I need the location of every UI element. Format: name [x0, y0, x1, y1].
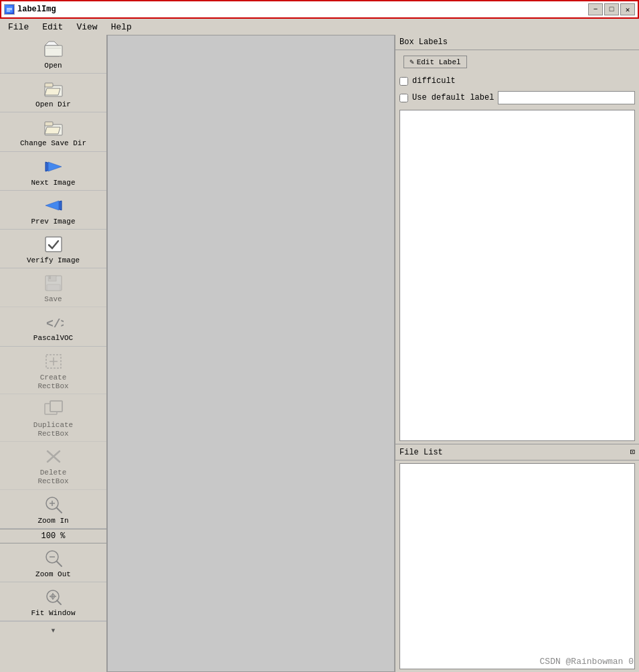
change-save-dir-icon: [43, 116, 64, 138]
close-button[interactable]: ✕: [620, 3, 635, 15]
svg-line-32: [57, 508, 62, 513]
use-default-label-row: Use default label: [395, 88, 639, 107]
title-bar: labelImg − □ ✕: [0, 0, 639, 19]
prev-image-icon: [43, 195, 64, 216]
svg-line-39: [57, 600, 61, 604]
svg-rect-10: [45, 122, 53, 126]
use-default-label-checkbox[interactable]: [399, 94, 408, 102]
svg-rect-3: [7, 11, 10, 11]
svg-rect-15: [45, 237, 62, 252]
file-list-content[interactable]: CSDN @Rainbowman 0: [399, 463, 635, 669]
file-list-icon: ⊡: [630, 447, 635, 457]
pascal-voc-icon: </>: [43, 311, 64, 333]
save-icon: [43, 272, 64, 294]
sidebar-item-save[interactable]: Save: [0, 268, 106, 307]
menu-view[interactable]: View: [71, 21, 102, 33]
zoom-level-display: 100 %: [0, 529, 106, 543]
svg-rect-6: [45, 46, 62, 56]
delete-rect-box-label: Delete RectBox: [37, 469, 68, 486]
svg-rect-8: [45, 83, 53, 87]
window-controls: − □ ✕: [588, 3, 635, 15]
duplicate-rect-box-icon: [43, 398, 64, 420]
title-bar-left: labelImg: [4, 4, 56, 15]
svg-rect-1: [7, 8, 12, 9]
file-list-header: File List ⊡: [395, 444, 639, 460]
duplicate-rect-box-label: Duplicate RectBox: [33, 421, 73, 438]
menu-edit[interactable]: Edit: [37, 21, 68, 33]
menu-bar: File Edit View Help: [0, 19, 639, 35]
sidebar-item-pascal-voc[interactable]: </> PascalVOC: [0, 307, 106, 346]
create-rect-box-label: Create RectBox: [37, 373, 68, 391]
create-rect-box-icon: [43, 351, 64, 372]
next-image-label: Next Image: [31, 179, 75, 187]
svg-rect-18: [49, 276, 51, 279]
svg-marker-5: [45, 41, 58, 46]
svg-rect-19: [47, 284, 60, 290]
prev-image-label: Prev Image: [31, 218, 75, 226]
sidebar-item-prev-image[interactable]: Prev Image: [0, 191, 106, 230]
sidebar: Open Open Dir Change Save: [0, 35, 107, 672]
app-icon: [4, 4, 15, 15]
open-dir-label: Open Dir: [35, 100, 71, 109]
pascal-voc-label: PascalVOC: [33, 334, 73, 343]
zoom-out-label: Zoom Out: [35, 570, 71, 579]
minimize-button[interactable]: −: [588, 3, 603, 15]
next-image-icon: [43, 156, 64, 177]
zoom-in-label: Zoom In: [37, 517, 68, 525]
sidebar-item-zoom-out[interactable]: Zoom Out: [0, 543, 106, 582]
edit-label-button[interactable]: ✎ Edit Label: [403, 56, 467, 68]
labels-list[interactable]: [399, 110, 635, 441]
sidebar-scroll-down[interactable]: ▾: [0, 621, 106, 639]
svg-marker-14: [45, 201, 59, 210]
verify-image-label: Verify Image: [27, 256, 80, 265]
edit-label-text: Edit Label: [417, 58, 461, 66]
sidebar-item-zoom-in[interactable]: Zoom In: [0, 490, 106, 529]
save-label: Save: [44, 295, 62, 304]
difficult-row: difficult: [395, 74, 639, 88]
difficult-checkbox[interactable]: [399, 77, 408, 86]
change-save-dir-label: Change Save Dir: [20, 139, 86, 148]
menu-file[interactable]: File: [3, 21, 34, 33]
verify-image-icon: [43, 234, 64, 255]
svg-line-35: [57, 562, 62, 566]
fit-window-icon: [43, 586, 64, 608]
sidebar-item-duplicate-rect-box[interactable]: Duplicate RectBox: [0, 394, 106, 442]
svg-rect-2: [7, 9, 12, 10]
menu-help[interactable]: Help: [106, 21, 137, 33]
svg-rect-25: [50, 401, 62, 412]
zoom-out-icon: [43, 548, 64, 569]
sidebar-item-change-save-dir[interactable]: Change Save Dir: [0, 112, 106, 151]
box-labels-section: Box Labels ✎ Edit Label difficult Use de…: [395, 35, 639, 444]
main-content: Open Open Dir Change Save: [0, 35, 639, 672]
sidebar-item-next-image[interactable]: Next Image: [0, 152, 106, 191]
svg-marker-12: [48, 162, 62, 171]
default-label-input[interactable]: [498, 91, 635, 104]
box-labels-header: Box Labels: [395, 35, 639, 50]
watermark: CSDN @Rainbowman 0: [540, 657, 634, 667]
sidebar-item-open[interactable]: Open: [0, 35, 106, 74]
box-labels-title: Box Labels: [399, 37, 448, 47]
sidebar-item-open-dir[interactable]: Open Dir: [0, 74, 106, 112]
open-dir-icon: [43, 78, 64, 99]
file-list-title: File List: [399, 448, 443, 457]
difficult-label[interactable]: difficult: [412, 76, 456, 86]
canvas-area[interactable]: [107, 35, 395, 672]
app-title: labelImg: [17, 5, 56, 14]
open-label: Open: [44, 62, 62, 70]
fit-window-label: Fit Window: [31, 609, 75, 618]
open-icon: [43, 39, 64, 60]
zoom-in-icon: [43, 494, 64, 515]
edit-label-icon: ✎: [409, 58, 414, 66]
right-panel: Box Labels ✎ Edit Label difficult Use de…: [395, 35, 639, 672]
use-default-label-text[interactable]: Use default label: [412, 93, 494, 102]
file-list-section: File List ⊡ CSDN @Rainbowman 0: [395, 444, 639, 672]
sidebar-item-delete-rect-box[interactable]: Delete RectBox: [0, 442, 106, 489]
sidebar-item-verify-image[interactable]: Verify Image: [0, 230, 106, 268]
maximize-button[interactable]: □: [604, 3, 619, 15]
delete-rect-box-icon: [43, 446, 64, 467]
sidebar-item-create-rect-box[interactable]: Create RectBox: [0, 347, 106, 394]
svg-text:</>: </>: [46, 317, 64, 331]
sidebar-item-fit-window[interactable]: Fit Window: [0, 582, 106, 621]
